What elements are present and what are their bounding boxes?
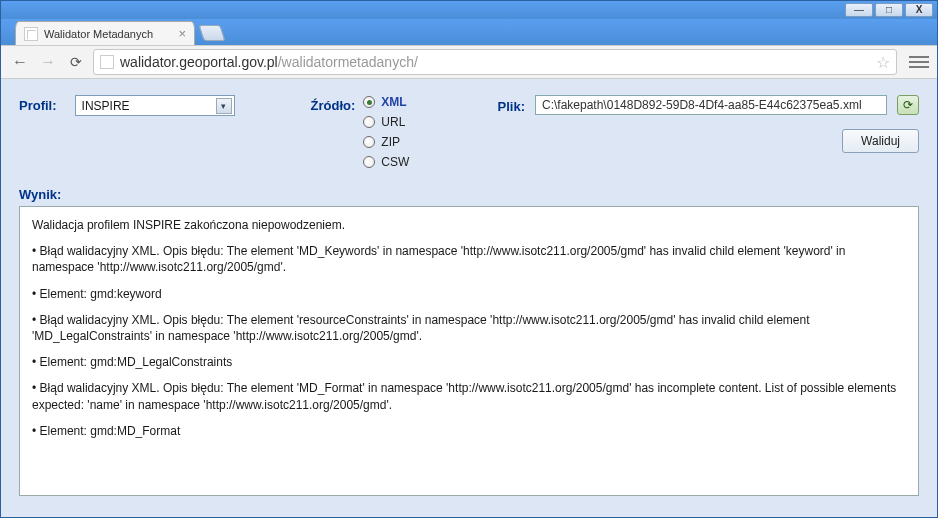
tab-close-icon[interactable]: × [178, 26, 186, 41]
source-option-xml[interactable]: XML [363, 95, 409, 109]
window-titlebar: — □ X [1, 1, 937, 19]
window-minimize-button[interactable]: — [845, 3, 873, 17]
hamburger-menu-icon[interactable] [909, 53, 929, 71]
file-label: Plik: [498, 96, 525, 114]
profile-select[interactable]: INSPIRE ▾ [75, 95, 235, 116]
chevron-down-icon: ▾ [216, 98, 232, 114]
site-icon [100, 55, 114, 69]
bookmark-star-icon[interactable]: ☆ [876, 53, 890, 72]
source-option-label: CSW [381, 155, 409, 169]
forward-button[interactable]: → [37, 51, 59, 73]
radio-icon [363, 116, 375, 128]
back-button[interactable]: ← [9, 51, 31, 73]
source-label: Źródło: [311, 95, 356, 169]
result-line: • Element: gmd:keyword [32, 286, 906, 302]
source-option-url[interactable]: URL [363, 115, 409, 129]
profile-label: Profil: [19, 95, 57, 113]
file-browse-button[interactable]: ⟳ [897, 95, 919, 115]
profile-select-value: INSPIRE [82, 99, 130, 113]
result-line: • Błąd walidacyjny XML. Opis błędu: The … [32, 243, 906, 275]
browser-toolbar: ← → ⟳ walidator.geoportal.gov.pl/walidat… [1, 45, 937, 79]
reload-button[interactable]: ⟳ [65, 51, 87, 73]
source-option-label: ZIP [381, 135, 400, 149]
browser-tabstrip: Walidator Metadanych × [1, 19, 937, 45]
result-line: • Element: gmd:MD_Format [32, 423, 906, 439]
address-bar[interactable]: walidator.geoportal.gov.pl/walidatormeta… [93, 49, 897, 75]
file-path-input[interactable] [535, 95, 887, 115]
source-option-zip[interactable]: ZIP [363, 135, 409, 149]
radio-icon [363, 96, 375, 108]
new-tab-button[interactable] [198, 25, 225, 41]
result-line: • Element: gmd:MD_LegalConstraints [32, 354, 906, 370]
window-maximize-button[interactable]: □ [875, 3, 903, 17]
source-option-label: URL [381, 115, 405, 129]
result-label: Wynik: [19, 187, 919, 202]
url-path: /walidatormetadanych/ [278, 54, 418, 70]
result-line: • Błąd walidacyjny XML. Opis błędu: The … [32, 380, 906, 412]
radio-icon [363, 156, 375, 168]
validator-form: Profil: INSPIRE ▾ Źródło: XML URL ZIP [19, 95, 919, 169]
page-icon [24, 27, 38, 41]
url-host: walidator.geoportal.gov.pl [120, 54, 278, 70]
radio-icon [363, 136, 375, 148]
window-close-button[interactable]: X [905, 3, 933, 17]
source-option-label: XML [381, 95, 406, 109]
url-text: walidator.geoportal.gov.pl/walidatormeta… [120, 54, 418, 70]
source-radio-group: XML URL ZIP CSW [363, 95, 409, 169]
result-line: Walidacja profilem INSPIRE zakończona ni… [32, 217, 906, 233]
source-option-csw[interactable]: CSW [363, 155, 409, 169]
validate-button[interactable]: Waliduj [842, 129, 919, 153]
browser-tab-active[interactable]: Walidator Metadanych × [15, 21, 195, 45]
refresh-icon: ⟳ [903, 98, 913, 112]
result-line: • Błąd walidacyjny XML. Opis błędu: The … [32, 312, 906, 344]
result-output: Walidacja profilem INSPIRE zakończona ni… [19, 206, 919, 496]
tab-title: Walidator Metadanych [44, 28, 170, 40]
page-content: Profil: INSPIRE ▾ Źródło: XML URL ZIP [1, 79, 937, 517]
